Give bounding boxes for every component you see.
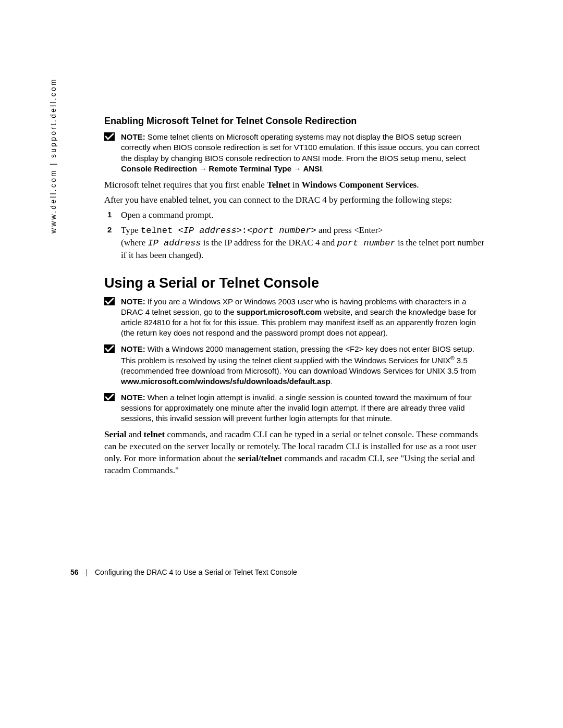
text-run: in <box>290 180 302 190</box>
link-text: www.microsoft.com/windows/sfu/downloads/… <box>121 377 331 386</box>
bios-path-1: Console Redirection <box>121 164 197 173</box>
telnet-bold: Telnet <box>267 180 290 190</box>
page-content: Enabling Microsoft Telnet for Telnet Con… <box>104 116 490 480</box>
list-item: 2 Type telnet <IP address>:<port number>… <box>104 225 490 262</box>
arrow-icon: → <box>197 165 209 173</box>
note-block: NOTE: When a telnet login attempt is inv… <box>104 392 490 424</box>
serial-bold: Serial <box>104 429 127 439</box>
telnet-bold: telnet <box>144 429 165 439</box>
component-services-bold: Windows Component Services <box>302 180 417 190</box>
registered-symbol: ® <box>450 355 455 361</box>
bios-path-2: Remote Terminal Type <box>209 164 291 173</box>
document-page: www.dell.com | support.dell.com Enabling… <box>0 0 563 728</box>
footer-separator: | <box>85 568 88 576</box>
period: . <box>322 164 324 173</box>
note-block: NOTE: With a Windows 2000 management sta… <box>104 344 490 387</box>
code-text: > <box>311 226 316 236</box>
code-text: telnet < <box>141 226 183 236</box>
note-icon <box>104 393 115 401</box>
page-footer: 56 | Configuring the DRAC 4 to Use a Ser… <box>70 568 498 576</box>
text-run: . <box>417 180 419 190</box>
section2-heading: Using a Serial or Telnet Console <box>104 275 490 291</box>
note-block: NOTE: Some telnet clients on Microsoft o… <box>104 132 490 174</box>
footer-title: Configuring the DRAC 4 to Use a Serial o… <box>95 568 297 576</box>
bios-path-3: ANSI <box>303 164 322 173</box>
note-text: . <box>331 377 333 386</box>
code-param: port number <box>252 226 311 236</box>
list-text: Open a command prompt. <box>121 210 214 220</box>
body-paragraph: After you have enabled telnet, you can c… <box>104 194 490 206</box>
note-icon <box>104 132 115 141</box>
note-label: NOTE: <box>121 393 145 402</box>
page-number: 56 <box>70 568 79 576</box>
text-run: is the IP address for the DRAC 4 and <box>201 238 337 248</box>
text-run: Type <box>121 225 141 235</box>
note-text: When a telnet login attempt is invalid, … <box>121 393 472 423</box>
note-label: NOTE: <box>121 297 145 306</box>
section1-heading: Enabling Microsoft Telnet for Telnet Con… <box>104 116 490 127</box>
arrow-icon: → <box>291 165 303 173</box>
sidebar-url: www.dell.com | support.dell.com <box>49 78 57 233</box>
note-text: Some telnet clients on Microsoft operati… <box>121 132 480 163</box>
note-label: NOTE: <box>121 132 145 141</box>
list-number: 1 <box>107 209 112 220</box>
body-paragraph: Serial and telnet commands, and racadm C… <box>104 429 490 477</box>
link-text: support.microsoft.com <box>237 307 322 316</box>
code-param: port number <box>337 238 395 248</box>
note-block: NOTE: If you are a Windows XP or Windows… <box>104 297 490 339</box>
code-param: IP address <box>183 226 237 236</box>
text-run: (where <box>121 238 148 248</box>
note-label: NOTE: <box>121 344 145 353</box>
list-number: 2 <box>107 225 112 235</box>
note-text: With a Windows 2000 management station, … <box>121 344 474 365</box>
body-paragraph: Microsoft telnet requires that you first… <box>104 179 490 191</box>
steps-list: 1 Open a command prompt. 2 Type telnet <… <box>104 209 490 262</box>
text-run: and press <Enter> <box>316 225 383 235</box>
code-text: >:< <box>237 226 253 236</box>
list-item: 1 Open a command prompt. <box>104 209 490 221</box>
code-param: IP address <box>148 238 201 248</box>
list-text: Type telnet <IP address>:<port number> a… <box>121 225 484 260</box>
note-icon <box>104 344 115 353</box>
text-run: and <box>127 429 144 439</box>
text-run: Microsoft telnet requires that you first… <box>104 180 267 190</box>
serial-telnet-bold: serial/telnet <box>238 453 282 463</box>
note-icon <box>104 297 115 305</box>
